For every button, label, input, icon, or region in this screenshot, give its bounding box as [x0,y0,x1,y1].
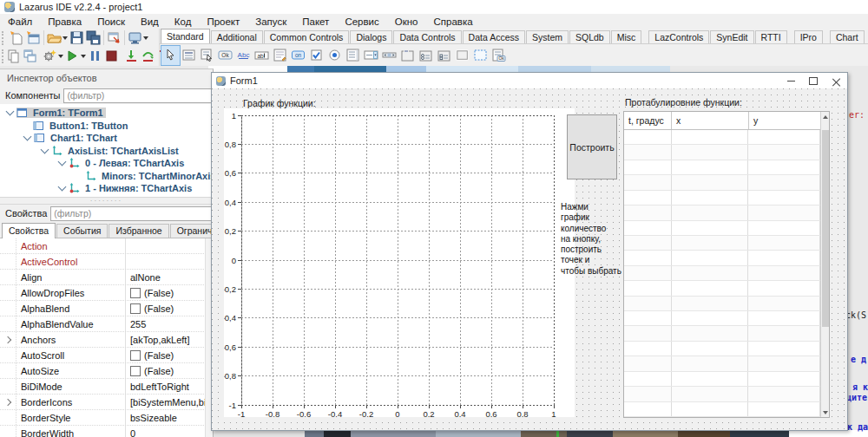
palette-tab-additional[interactable]: Additional [211,30,263,43]
palette-tab-rtti[interactable]: RTTI [755,30,787,43]
expand-chevron-icon[interactable] [0,395,16,409]
property-value[interactable]: (False) [125,348,213,362]
palette-component-popup-menu-icon[interactable] [198,46,216,65]
tree-node-button1[interactable]: Button1: TButton [0,120,213,133]
close-button[interactable] [825,73,847,88]
open-button[interactable] [46,29,69,47]
show-forms-button[interactable] [127,29,149,47]
dropdown-arrow-icon[interactable] [143,36,148,40]
property-value[interactable] [125,238,213,253]
palette-tab-ipro[interactable]: IPro [794,30,823,43]
property-value[interactable]: bdLeftToRight [125,379,213,394]
property-value[interactable]: [akTop,akLeft] [125,332,213,347]
inspector-tab-избранное[interactable]: Избранное [108,224,168,238]
palette-tab-synedit[interactable]: SynEdit [710,30,753,43]
property-row-alphablendvalue[interactable]: AlphaBlendValue255 [0,316,213,332]
palette-component-frame-icon[interactable] [471,46,490,65]
components-filter-input[interactable] [63,88,212,103]
chevron-down-icon[interactable] [6,108,15,116]
properties-filter-input[interactable] [50,206,212,221]
property-value[interactable]: alNone [125,270,213,284]
palette-tab-common-controls[interactable]: Common Controls [264,30,350,43]
inspector-splitter[interactable]: ········ [0,197,213,205]
palette-tab-data-controls[interactable]: Data Controls [393,30,461,43]
property-row-borderstyle[interactable]: BorderStylebsSizeable [0,410,213,426]
pause-button[interactable] [87,48,103,65]
palette-tab-chart[interactable]: Chart [830,30,865,43]
property-row-anchors[interactable]: Anchors[akTop,akLeft] [0,332,213,348]
palette-tab-lazcontrols[interactable]: LazControls [648,30,709,43]
inspector-tab-события[interactable]: События [56,224,108,238]
tree-node-1---нижняя[interactable]: 1 - Нижняя: TChartAxis [0,182,213,195]
palette-component-edit-icon[interactable]: ab [253,46,271,65]
palette-component-cursor-icon[interactable] [161,46,180,65]
form-title-bar[interactable]: Form1 [212,73,847,88]
palette-tab-dialogs[interactable]: Dialogs [350,30,392,43]
palette-component-combo-box-icon[interactable] [362,46,380,65]
chevron-down-icon[interactable] [23,133,32,141]
run-button[interactable] [64,48,87,65]
property-value[interactable]: (False) [125,301,213,316]
property-value[interactable] [125,254,213,269]
tree-node-minors[interactable]: Minors: TChartMinorAxisList [0,170,213,183]
tree-node-axislist[interactable]: AxisList: TChartAxisList [0,145,213,158]
property-row-borderwidth[interactable]: BorderWidth0 [0,426,213,437]
menu-item-код[interactable]: Код [167,14,200,29]
property-row-align[interactable]: AlignalNone [0,270,213,285]
palette-component-group-box-icon[interactable] [398,46,417,65]
property-row-bordericons[interactable]: BorderIcons[biSystemMenu,biMinimiz [0,395,213,410]
view-forms-button[interactable] [22,48,38,65]
chart-control[interactable]: -1-0,8-0,6-0,4-0,200,20,40,60,8110,80,60… [224,108,575,417]
property-row-autosize[interactable]: AutoSize(False) [0,363,213,379]
scroll-down-button[interactable] [821,408,830,417]
step-into-button[interactable] [123,48,140,65]
menu-item-файл[interactable]: Файл [0,14,40,29]
new-unit-button[interactable] [9,29,25,47]
property-row-autoscroll[interactable]: AutoScroll(False) [0,348,213,363]
checkbox-unchecked-icon[interactable] [130,288,141,298]
dropdown-arrow-icon[interactable] [58,55,63,58]
expand-chevron-icon[interactable] [0,332,16,347]
menu-item-правка[interactable]: Правка [40,14,89,29]
palette-component-radio-group-icon[interactable] [417,46,435,65]
checkbox-unchecked-icon[interactable] [130,366,141,376]
view-units-button[interactable] [5,48,22,65]
palette-tab-sqldb[interactable]: SQLdb [569,30,610,43]
palette-component-main-menu-icon[interactable] [180,46,198,65]
property-row-alphablend[interactable]: AlphaBlend(False) [0,301,213,316]
dropdown-arrow-icon[interactable] [81,55,86,58]
palette-component-radio-button-icon[interactable] [326,46,344,65]
palette-component-list-box-icon[interactable] [344,46,362,65]
palette-component-label-icon[interactable]: Abc [234,46,253,65]
dropdown-arrow-icon[interactable] [62,36,68,40]
toggle-form-unit-button[interactable] [106,29,122,47]
palette-component-check-group-icon[interactable] [435,46,453,65]
chevron-down-icon[interactable] [41,145,49,153]
table-scrollbar[interactable] [820,112,829,417]
palette-component-button-icon[interactable]: Ok [216,46,234,65]
property-row-action[interactable]: Action [0,238,213,254]
tree-node-form1[interactable]: Form1: TForm1 [0,107,213,120]
tree-node-chart1[interactable]: Chart1: TChart [0,132,213,145]
palette-tab-data-access[interactable]: Data Access [463,30,525,43]
inspector-tab-свойства[interactable]: Свойства [2,223,56,238]
property-value[interactable]: bsSizeable [125,410,213,425]
checkbox-unchecked-icon[interactable] [130,350,141,361]
scrollbar-thumb[interactable] [822,130,829,327]
palette-component-scroll-bar-icon[interactable] [380,46,398,65]
palette-tab-standard[interactable]: Standard [161,29,210,43]
property-value[interactable]: 0 [125,426,213,437]
values-table[interactable]: t, градусxy [623,111,830,418]
build-mode-button[interactable] [42,48,64,65]
palette-component-toggle-box-icon[interactable]: on [289,46,307,65]
palette-component-action-list-icon[interactable]: Ok [490,46,508,65]
palette-component-memo-icon[interactable] [271,46,289,65]
build-button[interactable]: Построить [567,114,617,179]
palette-tab-system[interactable]: System [526,30,569,43]
minimize-button[interactable] [779,73,802,88]
palette-component-panel-icon[interactable] [453,46,471,65]
new-form-button[interactable] [25,29,42,47]
menu-item-поиск[interactable]: Поиск [89,14,133,29]
property-value[interactable]: 255 [125,316,213,331]
property-row-allowdropfiles[interactable]: AllowDropFiles(False) [0,285,213,301]
